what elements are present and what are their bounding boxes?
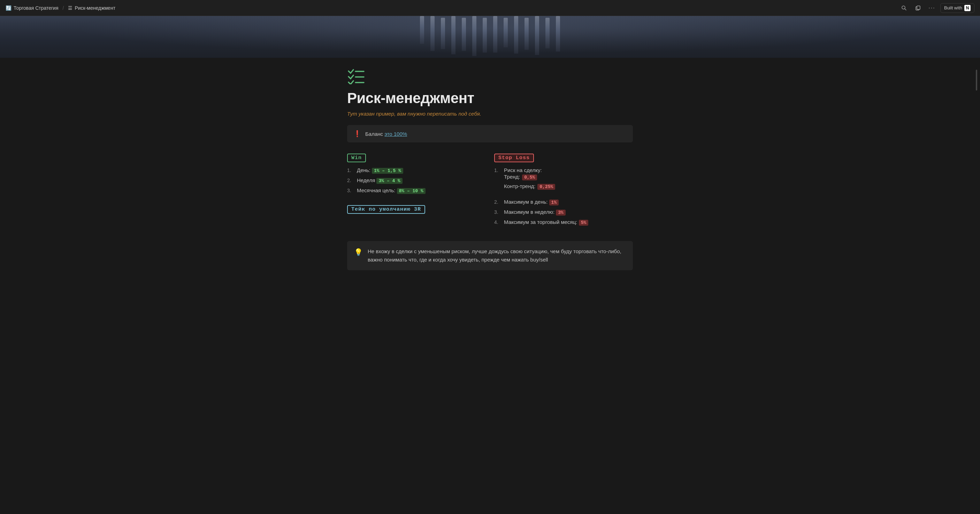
list-item-text: Максимум в неделю: 3% <box>504 209 566 216</box>
current-page-icon: ☰ <box>68 5 73 11</box>
win-list: 1. День: 1% – 1,5 % 2. Неделя 3% – 4 % 3… <box>347 167 486 194</box>
parent-page-icon: 🔄 <box>6 5 11 11</box>
list-item: 2. Максимум в день: 1% <box>494 199 633 205</box>
hero-columns-decoration <box>0 16 980 58</box>
stop-loss-list: 1. Риск на сделку: Тренд: 0,5% Контр-тре… <box>494 167 633 226</box>
list-item-text: Максимум в день: 1% <box>504 199 558 205</box>
current-page-breadcrumb[interactable]: ☰ Риск-менеджмент <box>68 5 115 11</box>
list-item-text: День: 1% – 1,5 % <box>357 167 403 174</box>
page-wrapper: Риск-менеджмент Тут указан пример, вам п… <box>0 16 980 291</box>
list-num: 3. <box>494 209 502 215</box>
list-num: 3. <box>347 188 355 193</box>
list-num: 1. <box>347 168 355 173</box>
teyk-label: Тейк по умолчанию 3R <box>347 205 425 214</box>
list-num: 2. <box>347 178 355 183</box>
hero-banner <box>0 16 980 58</box>
list-item-text: Неделя 3% – 4 % <box>357 177 402 184</box>
counter-trend-badge: 0,25% <box>538 184 555 190</box>
callout-text-before: Баланс <box>365 131 384 137</box>
balance-callout: ❗ Баланс это 100% <box>347 125 633 143</box>
list-item-text: Максимум за торговый месяц: 5% <box>504 219 588 226</box>
page-content: Риск-менеджмент Тут указан пример, вам п… <box>333 58 647 291</box>
list-item: 1. День: 1% – 1,5 % <box>347 167 486 174</box>
day-badge: 1% – 1,5 % <box>372 168 403 174</box>
lightbulb-icon: 💡 <box>354 248 363 256</box>
breadcrumb: 🔄 Торговая Стратегия / ☰ Риск-менеджмент <box>6 5 115 11</box>
counter-trend-item: Контр-тренд: 0,25% <box>504 183 555 190</box>
built-with-label: Built with <box>944 5 962 10</box>
trend-item: Тренд: 0,5% <box>504 174 555 180</box>
max-month-badge: 5% <box>579 220 589 226</box>
breadcrumb-separator: / <box>63 5 64 11</box>
bottom-callout-text: Не вхожу в сделки с уменьшеным риском, л… <box>368 247 626 264</box>
duplicate-icon <box>915 5 921 11</box>
list-num: 4. <box>494 219 502 225</box>
balance-link[interactable]: это 100% <box>384 131 407 137</box>
exclamation-icon: ❗ <box>353 130 361 138</box>
stop-loss-section: Stop Loss 1. Риск на сделку: Тренд: 0,5%… <box>494 154 633 230</box>
teyk-section: Тейк по умолчанию 3R <box>347 205 486 219</box>
scrollbar-indicator[interactable] <box>976 70 977 90</box>
list-num: 1. <box>494 168 502 173</box>
notion-logo: N <box>964 5 970 11</box>
svg-line-1 <box>905 9 906 10</box>
parent-page-label: Торговая Стратегия <box>14 5 59 11</box>
built-with-button[interactable]: Built with N <box>940 3 974 13</box>
search-button[interactable] <box>899 2 910 14</box>
sub-list: Тренд: 0,5% Контр-тренд: 0,25% <box>494 174 555 193</box>
callout-content: Баланс это 100% <box>365 131 407 137</box>
list-item: 4. Максимум за торговый месяц: 5% <box>494 219 633 226</box>
two-column-layout: Win 1. День: 1% – 1,5 % 2. Неделя 3% – 4… <box>347 154 633 230</box>
bottom-callout: 💡 Не вхожу в сделки с уменьшеным риском,… <box>347 241 633 270</box>
topbar-actions: ··· Built with N <box>899 2 974 14</box>
max-day-badge: 1% <box>549 200 559 205</box>
win-label: Win <box>347 154 366 162</box>
list-item: 3. Месячная цель: 8% – 10 % <box>347 187 486 194</box>
list-item: 1. Риск на сделку: Тренд: 0,5% Контр-тре… <box>494 167 633 195</box>
more-options-button[interactable]: ··· <box>926 2 937 14</box>
trend-badge: 0,5% <box>522 175 537 180</box>
list-item: 2. Неделя 3% – 4 % <box>347 177 486 184</box>
current-page-label: Риск-менеджмент <box>75 5 115 11</box>
more-icon: ··· <box>928 5 935 11</box>
checklist-icon <box>347 66 365 84</box>
svg-rect-3 <box>917 6 920 10</box>
month-badge: 8% – 10 % <box>397 188 426 194</box>
list-num: 2. <box>494 199 502 205</box>
page-title: Риск-менеджмент <box>347 90 633 106</box>
duplicate-button[interactable] <box>912 2 924 14</box>
topbar: 🔄 Торговая Стратегия / ☰ Риск-менеджмент… <box>0 0 980 16</box>
parent-page-link[interactable]: 🔄 Торговая Стратегия <box>6 5 59 11</box>
list-item-text: Месячная цель: 8% – 10 % <box>357 187 426 194</box>
list-item: 3. Максимум в неделю: 3% <box>494 209 633 216</box>
stop-loss-label: Stop Loss <box>494 154 534 162</box>
week-badge: 3% – 4 % <box>376 178 402 184</box>
page-icon-large <box>347 66 633 87</box>
list-item-text: Риск на сделку: <box>504 167 542 173</box>
max-week-badge: 3% <box>556 209 566 216</box>
search-icon <box>901 5 907 11</box>
page-subtitle: Тут указан пример, вам пнужно переписать… <box>347 111 633 117</box>
win-section: Win 1. День: 1% – 1,5 % 2. Неделя 3% – 4… <box>347 154 486 230</box>
